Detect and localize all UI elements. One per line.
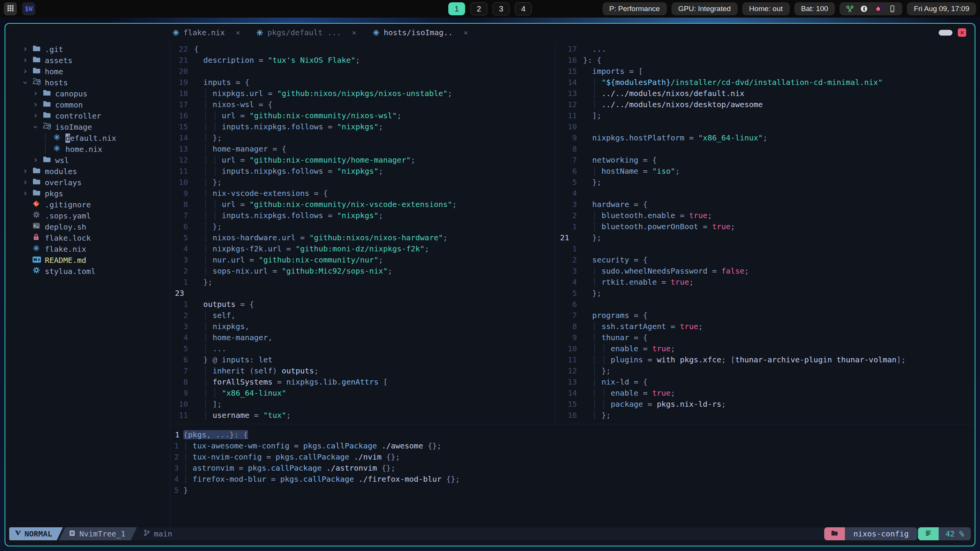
window-toggle-pill[interactable] bbox=[939, 30, 952, 36]
code-line[interactable]: 6 │ hostName = "iso"; bbox=[555, 166, 975, 177]
code-line[interactable]: 11 │ │ plugins = with pkgs.xfce; [thunar… bbox=[555, 354, 975, 365]
code-line[interactable]: 3 │ nur.url = "github:nix-community/nur"… bbox=[170, 254, 555, 266]
code-line[interactable]: 6 bbox=[555, 299, 975, 310]
code-line[interactable]: 12 │ ../../modules/nixos/desktop/awesome bbox=[555, 99, 975, 110]
tree-item-flake-nix[interactable]: flake.nix bbox=[5, 243, 170, 254]
tree-item-default-nix[interactable]: │default.nix bbox=[5, 132, 170, 143]
apps-grid-button[interactable] bbox=[4, 2, 17, 15]
tree-item-isoimage[interactable]: isoImage bbox=[5, 121, 170, 132]
code-line[interactable]: 8 bbox=[555, 143, 975, 155]
tree-item--git[interactable]: .git bbox=[5, 44, 170, 55]
code-line[interactable]: 1 outputs = { bbox=[170, 299, 555, 310]
code-line[interactable]: 8 │ ssh.startAgent = true; bbox=[555, 321, 975, 332]
workspace-button-1[interactable]: 1 bbox=[448, 2, 465, 15]
code-line[interactable]: 11 │ username = "tux"; bbox=[170, 410, 555, 421]
tree-item-deploy-sh[interactable]: deploy.sh bbox=[5, 221, 170, 232]
code-line[interactable]: 5} bbox=[170, 485, 975, 496]
code-line[interactable]: 15 │ │ package = pkgs.nix-ld-rs; bbox=[555, 399, 975, 410]
code-line[interactable]: 11 │ │ inputs.nixpkgs.follows = "nixpkgs… bbox=[170, 166, 555, 177]
code-line[interactable]: 12 │ }; bbox=[555, 365, 975, 377]
code-line[interactable]: 16 │ }; bbox=[555, 410, 975, 421]
code-line[interactable]: 15 imports = [ bbox=[555, 66, 975, 77]
editor-pkgs-default-nix[interactable]: 1{pkgs, ...}: {1│ tux-awesome-wm-config … bbox=[170, 424, 975, 533]
tree-item-modules[interactable]: modules bbox=[5, 166, 170, 177]
code-line[interactable]: 11 ]; bbox=[555, 110, 975, 121]
code-line[interactable]: 7 programs = { bbox=[555, 310, 975, 321]
code-line[interactable]: 2 │ bluetooth.enable = true; bbox=[555, 210, 975, 221]
code-line[interactable]: 17 ... bbox=[555, 44, 975, 55]
tree-item-flake-lock[interactable]: flake.lock bbox=[5, 232, 170, 243]
code-line[interactable]: 13 │ nix-ld = { bbox=[555, 377, 975, 388]
code-line[interactable]: 1 bbox=[555, 243, 975, 254]
tree-item-stylua-toml[interactable]: stylua.toml bbox=[5, 266, 170, 277]
close-button[interactable]: × bbox=[958, 28, 966, 37]
code-line[interactable]: 13 │ ../../modules/nixos/default.nix bbox=[555, 88, 975, 99]
code-line[interactable]: 5 │ ... bbox=[170, 343, 555, 354]
tab-pkgs-default-[interactable]: pkgs/default ...× bbox=[256, 28, 356, 37]
code-line[interactable]: 14 │ "${modulesPath}/installer/cd-dvd/in… bbox=[555, 77, 975, 88]
code-line[interactable]: 4 │ nixpkgs-f2k.url = "github:moni-dz/ni… bbox=[170, 243, 555, 254]
workspace-button-3[interactable]: 3 bbox=[493, 2, 510, 15]
tree-item-assets[interactable]: assets bbox=[5, 55, 170, 66]
code-line[interactable]: 6 } @ inputs: let bbox=[170, 354, 555, 365]
code-line[interactable]: 3│ astronvim = pkgs.callPackage ./astron… bbox=[170, 463, 975, 474]
code-line[interactable]: 16 │ │ url = "github:nix-community/nixos… bbox=[170, 110, 555, 121]
code-line[interactable]: 7 networking = { bbox=[555, 155, 975, 166]
code-line[interactable]: 4 │ rtkit.enable = true; bbox=[555, 277, 975, 288]
code-line[interactable]: 13 │ home-manager = { bbox=[170, 143, 555, 155]
bluetooth-icon[interactable] bbox=[860, 5, 868, 13]
tree-item-readme-md[interactable]: README.md bbox=[5, 254, 170, 266]
code-line[interactable]: 2 │ self, bbox=[170, 310, 555, 321]
code-line[interactable]: 9 │ thunar = { bbox=[555, 332, 975, 343]
tab-close-icon[interactable]: × bbox=[235, 28, 240, 37]
code-line[interactable]: 21 }; bbox=[555, 232, 975, 243]
scissors-icon[interactable] bbox=[846, 5, 854, 13]
code-line[interactable]: 9 │ │ "x86_64-linux" bbox=[170, 388, 555, 399]
code-line[interactable]: 3 │ nixpkgs, bbox=[170, 321, 555, 332]
tree-item-home[interactable]: home bbox=[5, 66, 170, 77]
code-line[interactable]: 16}: { bbox=[555, 55, 975, 66]
code-line[interactable]: 8 │ forAllSystems = nixpkgs.lib.genAttrs… bbox=[170, 377, 555, 388]
tree-item-common[interactable]: common bbox=[5, 99, 170, 110]
phone-icon[interactable] bbox=[889, 5, 896, 13]
code-line[interactable]: 2 │ sops-nix.url = "github:Mic92/sops-ni… bbox=[170, 266, 555, 277]
nvimtree-file-explorer[interactable]: .gitassetshomehostscanopuscommoncontroll… bbox=[5, 41, 170, 527]
tree-item-hosts[interactable]: hosts bbox=[5, 77, 170, 88]
code-line[interactable]: 23 bbox=[170, 288, 555, 299]
tab-flake-nix[interactable]: flake.nix× bbox=[172, 28, 240, 37]
code-line[interactable]: 1│ tux-awesome-wm-config = pkgs.callPack… bbox=[170, 440, 975, 452]
tree-item--sops-yaml[interactable]: .sops.yaml bbox=[5, 210, 170, 221]
tab-close-icon[interactable]: × bbox=[352, 28, 356, 37]
code-line[interactable]: 7 │ │ inputs.nixpkgs.follows = "nixpkgs"… bbox=[170, 210, 555, 221]
code-line[interactable]: 10 │ │ enable = true; bbox=[555, 343, 975, 354]
code-line[interactable]: 3 │ sudo.wheelNeedsPassword = false; bbox=[555, 266, 975, 277]
code-line[interactable]: 5 │ nixos-hardware.url = "github:nixos/n… bbox=[170, 232, 555, 243]
code-line[interactable]: 15 │ │ inputs.nixpkgs.follows = "nixpkgs… bbox=[170, 121, 555, 132]
code-line[interactable]: 5 }; bbox=[555, 177, 975, 188]
code-line[interactable]: 22{ bbox=[170, 44, 555, 55]
code-line[interactable]: 19 inputs = { bbox=[170, 77, 555, 88]
code-line[interactable]: 1{pkgs, ...}: { bbox=[170, 429, 975, 440]
code-line[interactable]: 17 │ nixos-wsl = { bbox=[170, 99, 555, 110]
code-line[interactable]: 14 │ }; bbox=[170, 132, 555, 143]
workspace-button-2[interactable]: 2 bbox=[470, 2, 487, 15]
tree-item-controller[interactable]: controller bbox=[5, 110, 170, 121]
tree-item--gitignore[interactable]: .gitignore bbox=[5, 199, 170, 210]
code-line[interactable]: 14 │ │ enable = true; bbox=[555, 388, 975, 399]
code-line[interactable]: 18 │ nixpkgs.url = "github:nixos/nixpkgs… bbox=[170, 88, 555, 99]
code-line[interactable]: 9 │ nix-vscode-extensions = { bbox=[170, 188, 555, 199]
flame-icon[interactable] bbox=[874, 5, 882, 13]
code-line[interactable]: 7 │ inherit (self) outputs; bbox=[170, 365, 555, 377]
code-line[interactable]: 1 }; bbox=[170, 277, 555, 288]
workspace-app-button[interactable]: $W bbox=[22, 2, 35, 15]
code-line[interactable]: 21 description = "tux's NixOS Flake"; bbox=[170, 55, 555, 66]
tree-item-canopus[interactable]: canopus bbox=[5, 88, 170, 99]
code-line[interactable]: 8 │ │ url = "github:nix-community/nix-vs… bbox=[170, 199, 555, 210]
code-line[interactable]: 10 bbox=[555, 121, 975, 132]
code-line[interactable]: 5 }; bbox=[555, 288, 975, 299]
code-line[interactable]: 1 │ bluetooth.powerOnBoot = true; bbox=[555, 221, 975, 232]
code-line[interactable]: 4│ firefox-mod-blur = pkgs.callPackage .… bbox=[170, 474, 975, 485]
code-line[interactable]: 12 │ │ url = "github:nix-community/home-… bbox=[170, 155, 555, 166]
editor-hosts-isoimage-default-nix[interactable]: 17 ...16}: {15 imports = [14 │ "${module… bbox=[555, 41, 975, 426]
code-line[interactable]: 9 nixpkgs.hostPlatform = "x86_64-linux"; bbox=[555, 132, 975, 143]
